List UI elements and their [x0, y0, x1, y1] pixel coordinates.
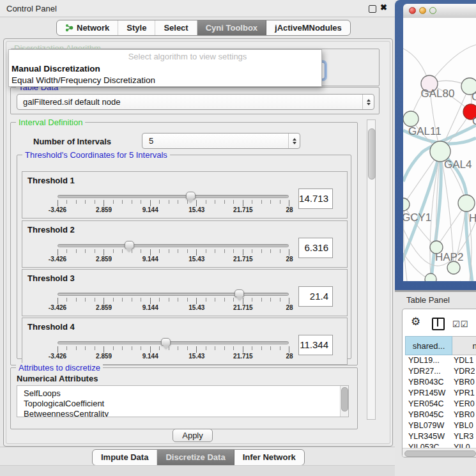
slider-tick-labels: -3.4262.8599.14415.4321.71528: [58, 206, 289, 215]
table-cell[interactable]: YBL0: [450, 420, 473, 431]
table-cell[interactable]: YLR345W: [403, 431, 450, 442]
float-window-icon[interactable]: [369, 5, 376, 13]
table-row[interactable]: YBL079WYBL0: [403, 420, 476, 431]
attribute-list-item[interactable]: TopologicalCoefficient: [17, 399, 348, 409]
table-horizontal-scrollbar-thumb[interactable]: [404, 450, 476, 457]
threshold-4-slider-thumb[interactable]: [161, 338, 171, 346]
tab-infer-network-label: Infer Network: [243, 450, 296, 465]
table-cell[interactable]: YDR27...: [403, 366, 450, 377]
threshold-2-value-field[interactable]: 6.316: [298, 238, 333, 258]
tab-discretize-data-label: Discretize Data: [165, 450, 225, 465]
algorithm-option-manual[interactable]: Manual Discretization: [10, 63, 318, 75]
slider-tick-label: -3.426: [49, 353, 66, 360]
attributes-list-scrollbar-thumb[interactable]: [341, 387, 348, 411]
table-cell[interactable]: YDL19...: [403, 355, 450, 366]
tab-impute-data-label: Impute Data: [101, 450, 148, 465]
select-columns-icon[interactable]: ☑☑: [452, 319, 468, 329]
attributes-list-scrollbar[interactable]: [340, 386, 348, 417]
network-graph: GAL80GACGAL11GAL4GCY1HHAP2: [403, 18, 476, 281]
network-node-label: GAL80: [421, 88, 455, 100]
network-view-canvas[interactable]: GAL80GACGAL11GAL4GCY1HHAP2: [403, 18, 476, 281]
zoom-traffic-light-icon[interactable]: [429, 7, 436, 14]
table-cell[interactable]: YER054C: [403, 399, 450, 410]
threshold-4-slider[interactable]: [58, 341, 289, 344]
tab-jactivemnodules-label: jActiveMNodules: [275, 20, 342, 35]
bottom-filler: [0, 465, 395, 476]
combobox-stepper-icon[interactable]: [362, 95, 374, 109]
tab-jactivemnodules[interactable]: jActiveMNodules: [266, 20, 350, 35]
tab-discretize-data[interactable]: Discretize Data: [157, 450, 234, 465]
table-cell[interactable]: YPR145W: [403, 388, 450, 399]
table-cell[interactable]: YBR043C: [403, 377, 450, 388]
network-window-titlebar[interactable]: [403, 4, 476, 18]
table-cell[interactable]: YPR1: [450, 388, 475, 399]
threshold-3-value-field[interactable]: 21.4: [298, 286, 333, 307]
slider-tick-label: -3.426: [49, 256, 66, 263]
tab-style-label: Style: [127, 20, 146, 35]
network-node[interactable]: [447, 261, 460, 274]
network-node[interactable]: [458, 195, 475, 211]
tab-impute-data[interactable]: Impute Data: [93, 450, 157, 465]
table-cell[interactable]: YBR045C: [403, 410, 450, 420]
divider: [0, 447, 395, 447]
close-traffic-light-icon[interactable]: [409, 7, 416, 14]
table-cell[interactable]: YDL1: [450, 355, 473, 366]
network-node[interactable]: [425, 273, 436, 281]
close-icon[interactable]: ✖: [380, 3, 387, 12]
column-header-shared-name[interactable]: shared...: [405, 336, 452, 355]
column-view-icon[interactable]: [432, 318, 445, 330]
apply-button[interactable]: Apply: [173, 429, 213, 442]
table-row[interactable]: YDL19...YDL1: [403, 355, 476, 366]
tab-network-label: Network: [77, 20, 109, 35]
table-cell[interactable]: YBL079W: [403, 420, 450, 431]
thresholds-coordinates-group: Threshold's Coordinates for 5 Intervals …: [17, 155, 351, 359]
main-vertical-scrollbar-thumb[interactable]: [368, 128, 376, 180]
table-row[interactable]: YLR345WYLR3: [403, 431, 476, 442]
slider-tick-label: 2.859: [96, 256, 112, 263]
tab-cyni-toolbox[interactable]: Cyni Toolbox: [197, 20, 266, 35]
table-row[interactable]: YBR043CYBR0: [403, 377, 476, 388]
tab-select[interactable]: Select: [155, 20, 197, 35]
column-header-name[interactable]: n: [452, 336, 476, 355]
gear-icon[interactable]: ⚙: [411, 316, 420, 327]
threshold-1-value-field[interactable]: 14.713: [298, 188, 333, 209]
tab-infer-network[interactable]: Infer Network: [234, 450, 304, 465]
threshold-2-label: Threshold 2: [27, 225, 75, 234]
threshold-3-slider-thumb[interactable]: [234, 289, 244, 297]
threshold-4-label: Threshold 4: [27, 322, 75, 332]
threshold-2-slider-thumb[interactable]: [125, 241, 134, 249]
numerical-attributes-list[interactable]: SelfLoopsTopologicalCoefficientBetweenne…: [17, 385, 349, 417]
threshold-2-slider[interactable]: [58, 244, 289, 247]
table-horizontal-scrollbar[interactable]: [403, 448, 476, 457]
combobox-stepper-icon[interactable]: [288, 134, 300, 148]
minimize-traffic-light-icon[interactable]: [419, 7, 426, 14]
table-cell[interactable]: YBR0: [450, 410, 475, 420]
main-vertical-scrollbar[interactable]: [367, 119, 376, 420]
table-cell[interactable]: YDR2: [450, 366, 475, 377]
tab-network[interactable]: Network: [57, 20, 118, 35]
algorithm-option-equal-width[interactable]: Equal Width/Frequency Discretization: [10, 75, 318, 86]
network-node[interactable]: [403, 198, 410, 211]
threshold-1-slider[interactable]: [58, 195, 289, 198]
tab-style[interactable]: Style: [118, 20, 155, 35]
table-row[interactable]: YER054CYER0: [403, 399, 476, 410]
table-data-combobox[interactable]: galFiltered.sif default node: [17, 94, 374, 110]
table-cell[interactable]: YER0: [450, 399, 475, 410]
table-row[interactable]: YPR145WYPR1: [403, 388, 476, 399]
table-row[interactable]: YDR27...YDR2: [403, 366, 476, 377]
number-of-intervals-combobox[interactable]: 5: [142, 133, 300, 149]
attribute-list-item[interactable]: BetweennessCentrality: [17, 409, 348, 417]
slider-tick-label: 28: [286, 353, 293, 360]
table-row[interactable]: YBR045CYBR0: [403, 410, 476, 420]
table-cell[interactable]: YLR3: [450, 431, 473, 442]
threshold-1-slider-thumb[interactable]: [186, 192, 196, 199]
threshold-3-label: Threshold 3: [27, 273, 75, 283]
slider-major-ticks: [58, 249, 289, 256]
threshold-3-slider[interactable]: [58, 293, 289, 296]
network-node[interactable]: [403, 111, 418, 127]
threshold-4-value-field[interactable]: 11.344: [298, 335, 333, 355]
attribute-list-item[interactable]: SelfLoops: [17, 388, 348, 399]
table-cell[interactable]: YBR0: [450, 377, 475, 388]
slider-tick-label: 15.43: [188, 304, 204, 311]
slider-major-ticks: [58, 200, 289, 206]
